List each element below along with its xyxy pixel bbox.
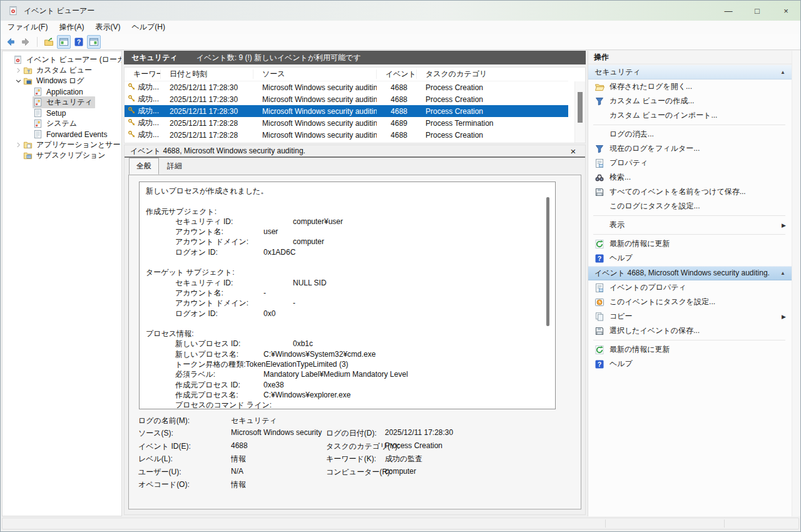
tree-item[interactable]: カスタム ビュー [3, 65, 121, 76]
collapse-icon[interactable]: ▲ [780, 69, 785, 75]
source-cell: Microsoft Windows security auditing. [253, 107, 377, 116]
menu-item-0[interactable]: ファイル(F) [2, 21, 53, 34]
action-item[interactable]: カスタム ビューの作成... [588, 94, 792, 108]
column-header[interactable]: タスクのカテゴリ [417, 69, 568, 79]
export-folder-button[interactable] [42, 35, 56, 49]
column-header[interactable]: キーワード [125, 69, 161, 79]
action-item[interactable]: プロパティ [588, 156, 792, 170]
actions-scrollbar-track[interactable] [792, 51, 801, 516]
action-item[interactable]: 検索... [588, 170, 792, 185]
menu-item-3[interactable]: ヘルプ(H) [126, 21, 171, 34]
table-row[interactable]: 成功...2025/12/11 17:28:28Microsoft Window… [125, 117, 568, 129]
table-row[interactable]: 成功...2025/12/11 17:28:30Microsoft Window… [125, 93, 568, 105]
close-icon[interactable]: × [567, 146, 579, 156]
tree-item[interactable]: サブスクリプション [3, 150, 121, 161]
chevron-right-icon[interactable] [14, 67, 23, 74]
action-item[interactable]: すべてのイベントを名前をつけて保存... [588, 185, 792, 199]
action-item[interactable]: 現在のログをフィルター... [588, 141, 792, 156]
description-line: 新しいプロセス名: C:¥Windows¥System32¥cmd.exe [146, 349, 549, 359]
action-item[interactable]: 最新の情報に更新 [588, 342, 792, 357]
action-item[interactable]: 保存されたログを開く... [588, 79, 792, 94]
action-item[interactable]: コピー▶ [588, 309, 792, 324]
description-line: アカウント名: user [146, 227, 549, 237]
action-item[interactable]: ?ヘルプ [588, 357, 792, 371]
funnel-icon [594, 96, 605, 106]
action-item[interactable]: 表示▶ [588, 218, 792, 232]
category-cell: Process Creation [417, 83, 568, 92]
event-description-box[interactable]: 新しいプロセスが作成されました。作成元サブジェクト: セキュリティ ID: co… [139, 182, 556, 409]
description-line: セキュリティ ID: NULL SID [146, 278, 549, 288]
console-tree-button[interactable] [57, 35, 71, 49]
description-scrollbar-thumb[interactable] [546, 197, 549, 326]
action-item-label: ヘルプ [610, 359, 633, 369]
field-row: ユーザー(U):N/Aコンピューター(R):computer [134, 467, 576, 479]
action-item-label: コピー [610, 311, 633, 322]
action-item[interactable]: イベントのプロパティ [588, 280, 792, 295]
description-line: 必須ラベル: Mandatory Label¥Medium Mandatory … [146, 369, 549, 379]
action-item-label: すべてのイベントを名前をつけて保存... [610, 187, 746, 197]
tree-item-highlight: Forwarded Events [33, 129, 110, 140]
action-pane-button[interactable] [87, 35, 101, 49]
column-header[interactable]: ソース [253, 69, 377, 79]
action-item[interactable]: カスタム ビューのインポート... [588, 108, 792, 123]
tree-item[interactable]: Windows ログ [3, 76, 121, 86]
collapse-icon[interactable]: ▲ [780, 270, 785, 276]
close-button[interactable]: × [772, 1, 800, 21]
column-header[interactable]: 日付と時刻 [161, 69, 253, 79]
tree-item-highlight: サブスクリプション [23, 150, 108, 161]
minimize-button[interactable]: — [714, 1, 743, 21]
event-detail-pane: イベント 4688, Microsoft Windows security au… [124, 145, 586, 515]
field-label: ソース(S): [138, 428, 173, 439]
table-row[interactable]: 成功...2025/12/11 17:28:28Microsoft Window… [125, 129, 568, 141]
event-list: キーワード日付と時刻ソースイベント ...タスクのカテゴリ 成功...2025/… [124, 67, 586, 143]
column-header[interactable]: イベント ... [377, 69, 417, 79]
tab-全般[interactable]: 全般 [129, 158, 159, 175]
tree-item[interactable]: システム [3, 118, 121, 129]
scrollbar-thumb[interactable] [578, 92, 583, 123]
tree-item[interactable]: Application [3, 86, 121, 97]
maximize-button[interactable]: □ [743, 1, 772, 21]
field-value: Process Creation [385, 441, 442, 450]
tree-item-highlight: セキュリティ [33, 96, 95, 108]
table-row[interactable]: 成功...2025/12/11 17:28:30Microsoft Window… [125, 105, 568, 117]
action-item[interactable]: このイベントにタスクを設定... [588, 295, 792, 309]
event-list-scrollbar[interactable] [574, 81, 585, 143]
event-id-cell: 4688 [377, 107, 417, 116]
tree-item[interactable]: アプリケーションとサービス ログ [3, 140, 121, 150]
back-arrow-button[interactable] [4, 35, 18, 49]
status-separator [605, 519, 606, 528]
funnel-icon [594, 144, 605, 154]
action-item[interactable]: 最新の情報に更新 [588, 237, 792, 251]
refresh-icon [594, 345, 605, 355]
event-list-columns: キーワード日付と時刻ソースイベント ...タスクのカテゴリ [125, 68, 568, 81]
keyword-cell: 成功... [125, 82, 161, 93]
action-item[interactable]: このログにタスクを設定... [588, 199, 792, 213]
action-section-header[interactable]: イベント 4688, Microsoft Windows security au… [588, 266, 792, 280]
tree-item[interactable]: セキュリティ [3, 97, 121, 108]
tree-item[interactable]: Forwarded Events [3, 129, 121, 140]
menu-item-2[interactable]: 表示(V) [89, 21, 126, 34]
chevron-right-icon[interactable] [14, 141, 23, 148]
audit-success-key-icon [128, 83, 136, 93]
icon-spacer [594, 220, 605, 230]
submenu-arrow-icon: ▶ [782, 314, 786, 320]
tab-詳細[interactable]: 詳細 [160, 158, 190, 175]
keyword-label: 成功... [138, 106, 159, 116]
menu-item-1[interactable]: 操作(A) [53, 21, 89, 34]
tree-item[interactable]: イベント ビューアー (ローカル) [3, 54, 121, 65]
action-section-header[interactable]: セキュリティ▲ [588, 65, 792, 79]
description-line [146, 319, 549, 329]
help-icon: ? [594, 253, 605, 263]
action-item[interactable]: ?ヘルプ [588, 251, 792, 265]
tree-item[interactable]: Setup [3, 108, 121, 118]
field-value: 4688 [231, 441, 248, 450]
action-item[interactable]: 選択したイベントの保存... [588, 324, 792, 338]
chevron-down-icon[interactable] [14, 78, 23, 84]
tree-item-label: Setup [46, 109, 66, 118]
field-row: オペコード(O):情報 [134, 479, 576, 492]
keyword-label: 成功... [138, 82, 159, 93]
forward-arrow-button[interactable] [19, 35, 33, 49]
help-button[interactable]: ? [72, 35, 86, 49]
table-row[interactable]: 成功...2025/12/11 17:28:30Microsoft Window… [125, 81, 568, 93]
action-item[interactable]: ログの消去... [588, 127, 792, 141]
